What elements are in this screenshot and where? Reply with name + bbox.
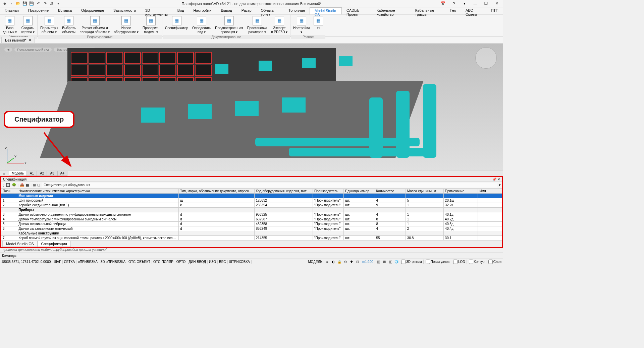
spec-col-header[interactable]: Имя [478,189,502,194]
grid-icon[interactable]: ▦ [26,183,29,187]
spec-pin-icon[interactable]: 📌 [492,178,496,181]
layout-tab[interactable]: А4 [57,171,67,176]
ribbon-button[interactable]: ▦Преднастроеннаяпроекция ▾ [213,16,245,34]
status-right-item[interactable]: 3D-режим [400,260,423,264]
sb-icon[interactable]: ⊡ [355,259,360,265]
new-icon[interactable]: ▫ [9,1,14,6]
layout-tab[interactable]: Модель [9,171,27,176]
scale-dropdown-icon[interactable]: ≡ [325,259,330,265]
layout-tab[interactable]: А3 [47,171,57,176]
table-row[interactable]: Кабельные конструкции [1,231,502,236]
table2-icon[interactable]: ⊟ [37,183,40,187]
menu-tab[interactable]: CADLib Проект [342,7,372,14]
menu-tab[interactable]: Гео [445,7,461,14]
table-icon[interactable]: ⊞ [33,183,36,187]
ribbon-button[interactable]: ▦Расчет объема иплощади объекта ▾ [78,16,112,34]
menu-tab[interactable]: Вывод [216,7,237,14]
filter-icon[interactable]: 🔲 [6,183,10,187]
status-right-item[interactable]: Слои [487,260,503,264]
model-space-label[interactable]: МОДЕЛЬ [307,260,324,264]
status-toggle[interactable]: ВЕС [218,260,228,264]
command-line[interactable]: Команда: [0,253,503,259]
sb-icon[interactable]: ▥ [376,259,381,265]
ribbon-button[interactable]: ▦Настройки▾ [291,16,311,34]
ribbon-button[interactable]: ▦Простановкаразмеров ▾ [246,16,269,34]
ribbon-button[interactable]: ▦Базаданных ▾ [1,16,18,34]
redo-icon[interactable]: ↷ [42,1,48,6]
menu-tab[interactable]: Главная [0,7,23,14]
scale-readout[interactable]: m1:100 [361,260,375,264]
menu-tab[interactable]: Кабельные трассы [411,7,446,14]
spec-col-header[interactable]: Производитель [313,189,343,194]
save-icon[interactable]: 💾 [22,1,28,6]
viewport-3d[interactable]: ◀ Пользовательский вид Быстрый с показом… [0,44,503,170]
status-toggle[interactable]: ШАГ [52,260,62,264]
close-button[interactable]: ✕ [492,0,502,7]
menu-tab[interactable]: Облака точек [256,7,284,14]
spec-col-header[interactable]: Позиция [1,189,17,194]
ribbon-button[interactable]: ▦Новоеоборудование ▾ [112,16,141,34]
table-row[interactable]: Приборы [1,208,502,212]
table-row[interactable]: Монтажные изделия [1,194,502,198]
breadcrumb-back-icon[interactable]: ◀ [4,48,12,52]
sb-icon-3d[interactable]: 🧊 [394,259,399,265]
spec-col-header[interactable]: Количество [375,189,406,194]
print-icon[interactable]: 🖶 [49,1,54,6]
spec-close-icon[interactable]: ✕ [497,178,500,181]
sb-icon[interactable]: ◐ [331,259,336,265]
status-toggle[interactable]: ДИН-ВВОД [187,260,208,264]
status-toggle[interactable]: ОРТО [175,260,187,264]
open-icon[interactable]: 📂 [15,1,21,6]
status-right-item[interactable]: Показ узлов [424,260,451,264]
menu-tab[interactable]: Растр [237,7,256,14]
view-mode-label[interactable]: Пользовательский вид [14,48,51,52]
menu-tab[interactable]: 3D-инструменты [141,7,173,14]
ribbon-button[interactable]: ▦Создатьчертеж ▾ [19,16,36,34]
ribbon-button[interactable]: ▦Экспортв PDF3D ▾ [270,16,289,34]
sb-icon[interactable]: ◫ [388,259,393,265]
table-row[interactable]: 6Датчик загазованности оптическийd856249… [1,226,502,231]
menu-tab[interactable]: Построение [23,7,53,14]
layout-tab[interactable]: А2 [37,171,47,176]
ribbon-button[interactable]: ▦Проверитьмодель ▾ [141,16,161,34]
spec-bottom-tab[interactable]: Спецификация [38,241,71,247]
spec-col-header[interactable]: Наименование и техническая характеристик… [17,189,179,194]
saveall-icon[interactable]: 💾 [29,1,34,6]
spec-dropdown-icon[interactable]: ▾ [499,183,501,187]
sb-icon[interactable]: ⊞ [382,259,387,265]
spec-col-header[interactable]: Тип, марка, обозначение документа, опрос… [179,189,255,194]
table-row[interactable]: 7Короб прямой глухой из оцинкованной ста… [1,236,502,240]
table-row[interactable]: 5Датчик вертикальной вибрациd452358"Прои… [1,222,502,226]
status-right-item[interactable]: LOD [452,260,467,264]
close-tab-icon[interactable]: ✕ [29,38,31,42]
table-row[interactable]: 3Датчик избыточного давления с унифициро… [1,212,502,217]
menu-tab[interactable]: ПТП [486,7,503,14]
menu-tab[interactable]: Вставка [53,7,76,14]
export-icon[interactable]: 📤 [20,183,24,187]
menu-tab[interactable]: Вид [173,7,189,14]
spec-col-header[interactable]: Единица измерения [344,189,375,194]
ribbon-button[interactable]: ▦Спецификатор [163,16,190,30]
status-toggle[interactable]: 3D оПРИВЯЗКА [99,260,127,264]
command-input[interactable] [17,254,501,258]
menu-tab[interactable]: Зависимости [109,7,141,14]
help-button[interactable]: ? [449,0,459,7]
document-tab[interactable]: Без имени0* ✕ [1,37,35,43]
table-row[interactable]: 2Коробка соединительная (тип 1)k256354"П… [1,203,502,208]
menu-tab[interactable]: АВС Сметы [461,7,486,14]
status-toggle[interactable]: ОТС-ПОЛЯР [152,260,175,264]
status-toggle[interactable]: ОТС-ОБЪЕКТ [127,260,152,264]
spec-table[interactable]: ПозицияНаименование и техническая характ… [1,189,502,240]
ribbon-button[interactable]: ▦Определитьвид ▾ [191,16,213,34]
layout-tab[interactable]: А1 [27,171,37,176]
ribbon-button[interactable]: ▦□ [312,16,325,30]
menu-tab[interactable]: Настройки [189,7,216,14]
menu-tab[interactable]: Топоплан [284,7,310,14]
help-dropdown-icon[interactable]: ▾ [460,0,470,7]
nanocad-logo-icon[interactable]: ◆ [2,1,7,6]
menu-tab[interactable]: Model Studio CS [310,7,342,14]
status-right-item[interactable]: Контур [468,260,486,264]
sb-icon[interactable]: 🔒 [337,259,342,265]
layout-menu-icon[interactable]: ≡ [1,171,7,176]
ribbon-button[interactable]: ▦Выбратьобъекты [60,16,77,34]
